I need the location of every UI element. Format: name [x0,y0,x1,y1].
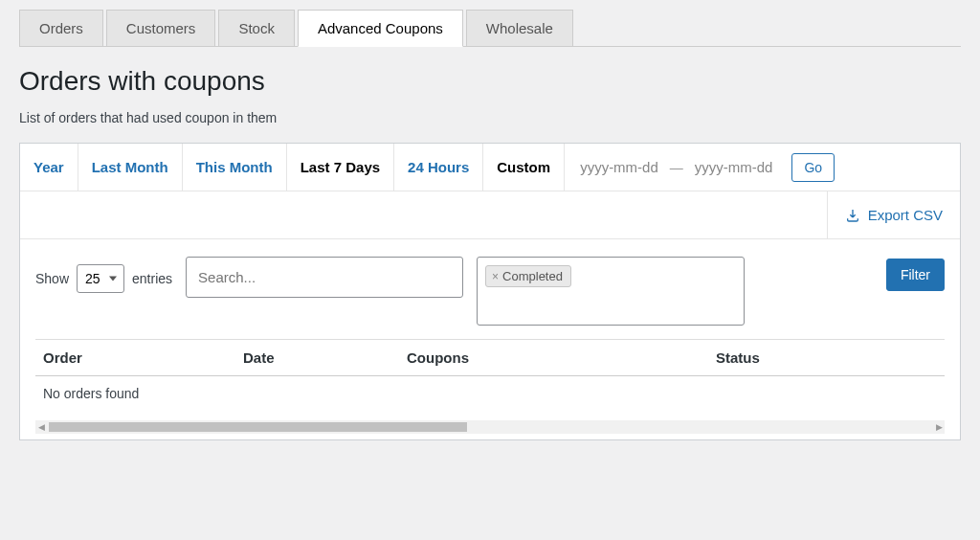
date-tab-year[interactable]: Year [20,144,78,191]
scroll-left-icon[interactable]: ◀ [35,420,47,434]
status-tag-completed: × Completed [485,265,571,287]
entries-select[interactable]: 25 [77,264,124,293]
tab-stock[interactable]: Stock [218,10,295,46]
tab-advanced-coupons[interactable]: Advanced Coupons [298,10,463,47]
top-tabs: Orders Customers Stock Advanced Coupons … [19,10,961,47]
date-tab-this-month[interactable]: This Month [183,144,287,191]
search-input[interactable] [186,257,463,298]
tab-orders[interactable]: Orders [19,10,103,46]
date-tab-last-month[interactable]: Last Month [78,144,183,191]
date-to-input[interactable]: yyyy-mm-dd [691,153,777,181]
show-label: Show [35,271,69,286]
date-tab-24-hours[interactable]: 24 Hours [394,144,483,191]
report-card: Year Last Month This Month Last 7 Days 2… [19,143,961,440]
status-filter-box[interactable]: × Completed [477,257,745,326]
export-csv-link[interactable]: Export CSV [827,191,960,238]
export-row: Export CSV [20,191,960,239]
filter-row: Show 25 entries × Completed Filter [20,239,960,339]
filter-button[interactable]: Filter [886,259,945,291]
scroll-thumb[interactable] [49,422,467,432]
page-title: Orders with coupons [19,66,961,97]
col-coupons[interactable]: Coupons [399,340,708,376]
date-range-tabs: Year Last Month This Month Last 7 Days 2… [20,144,960,191]
date-tab-custom-label: Custom [483,144,565,191]
table-row: No orders found [35,376,945,412]
date-tab-last-7-days[interactable]: Last 7 Days [287,144,394,191]
status-tag-label: Completed [502,269,563,283]
tab-wholesale[interactable]: Wholesale [466,10,573,46]
horizontal-scrollbar[interactable]: ◀ ▶ [35,420,945,434]
col-date[interactable]: Date [235,340,399,376]
date-range-dash: — [670,160,683,175]
export-csv-label: Export CSV [868,207,943,223]
remove-tag-icon[interactable]: × [492,270,499,283]
col-order[interactable]: Order [35,340,235,376]
go-button[interactable]: Go [791,153,835,182]
date-from-input[interactable]: yyyy-mm-dd [576,153,662,181]
page-subtitle: List of orders that had used coupon in t… [19,110,961,125]
scroll-right-icon[interactable]: ▶ [933,420,945,434]
orders-table: Order Date Coupons Status No orders foun… [35,339,945,411]
col-status[interactable]: Status [708,340,945,376]
entries-label: entries [132,271,172,286]
download-icon [845,208,860,223]
empty-message: No orders found [35,376,945,412]
tab-customers[interactable]: Customers [106,10,216,46]
